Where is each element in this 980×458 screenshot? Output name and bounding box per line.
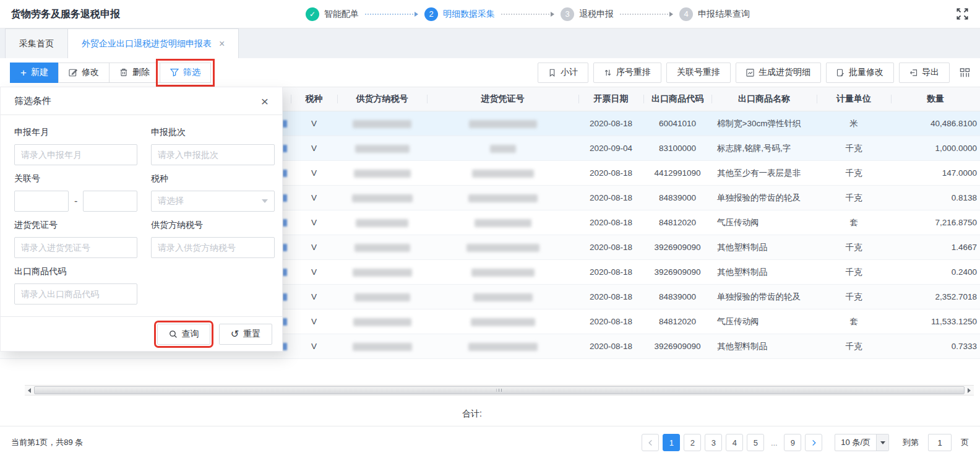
page-button-3[interactable]: 3 [705,434,722,451]
cell-code: 84812020 [643,218,711,227]
cell-unit: 千克 [817,242,891,253]
button-label: 筛选 [183,67,200,78]
button-label: 删除 [132,67,150,78]
total-label: 合计: [462,408,482,420]
button-label: 小计 [561,67,578,78]
col-header-invoice-date[interactable]: 开票日期 [578,87,643,111]
cell-code: 4412991090 [643,168,711,178]
horizontal-scrollbar[interactable] [25,385,974,395]
tax-type-select[interactable]: 请选择 [151,191,275,212]
prev-page-button[interactable] [642,434,659,451]
association-no-to-input[interactable] [83,191,137,212]
goto-page-input[interactable] [928,434,952,451]
tab-collection-home[interactable]: 采集首页 [5,28,68,58]
tab-label: 采集首页 [19,38,54,50]
caret-down-icon [262,199,268,203]
page-button-1[interactable]: 1 [663,434,680,451]
modify-button[interactable]: 修改 [58,63,110,83]
caret-down-icon [880,441,885,444]
field-tax-type: 税种 请选择 [151,165,275,212]
clipped-link-fragment [283,343,287,350]
scroll-left-icon[interactable] [25,386,34,395]
step-number-badge: 4 [679,7,693,21]
select-dropdown-button[interactable] [876,434,888,451]
cell-qty: 147.0000 [891,168,980,178]
cell-unit: 千克 [817,143,891,154]
bookmark-icon [548,69,556,77]
field-voucher-no: 进货凭证号 [14,212,137,258]
declare-batch-input[interactable] [151,144,275,165]
cell-date: 2020-08-18 [578,292,643,301]
new-button[interactable]: + 新建 [10,63,59,83]
cell-name: 单独报验的带齿的轮及 [711,192,817,204]
button-label: 生成进货明细 [759,67,810,78]
declare-ym-input[interactable] [14,144,137,165]
cell-code: 83100000 [643,144,711,153]
step-number-badge: 2 [424,7,438,21]
col-header-tax[interactable]: 税种 [291,87,337,111]
cell-code: 3926909090 [643,342,711,351]
field-supplier-tax-no: 供货方纳税号 [151,212,275,258]
page-button-5[interactable]: 5 [747,434,764,451]
delete-button[interactable]: 删除 [109,63,160,83]
batch-modify-button[interactable]: 批量修改 [826,63,894,83]
cell-date: 2020-09-04 [578,144,643,153]
close-icon[interactable]: × [261,95,269,108]
cell-tax: V [291,168,337,178]
scrollbar-thumb[interactable] [34,386,965,394]
reorder-association-button[interactable]: 关联号重排 [666,63,731,83]
redacted-voucher [475,219,531,227]
cell-unit: 千克 [817,168,891,179]
col-header-export-name[interactable]: 出口商品名称 [711,87,817,111]
chart-icon [746,69,754,77]
cell-name: 其他塑料制品 [711,267,817,278]
redacted-supplier [354,170,411,178]
subtotal-button[interactable]: 小计 [538,63,588,83]
page-button-4[interactable]: 4 [726,434,743,451]
close-icon[interactable]: × [219,39,225,49]
export-button[interactable]: 导出 [899,63,950,83]
reorder-sequence-button[interactable]: 序号重排 [593,63,661,83]
col-header-voucher-no[interactable]: 进货凭证号 [427,87,578,111]
col-header-export-code[interactable]: 出口商品代码 [643,87,711,111]
step-number-badge: 3 [561,7,574,21]
button-label: 查询 [182,329,199,340]
range-separator: - [74,196,77,207]
fullscreen-icon[interactable] [956,8,969,20]
redacted-voucher [490,145,516,153]
cell-qty: 1,000.0000 [891,144,980,153]
supplier-tax-no-input[interactable] [151,237,275,258]
filter-button[interactable]: 筛选 [160,63,211,83]
reset-button[interactable]: ↺ 重置 [219,324,272,345]
cell-unit: 米 [817,118,891,129]
voucher-no-input[interactable] [14,237,137,258]
cell-code: 60041010 [643,119,711,128]
page-button-2[interactable]: 2 [684,434,701,451]
page-button-9[interactable]: 9 [784,434,801,451]
clipped-link-fragment [283,219,287,227]
redacted-supplier [353,318,411,326]
field-label: 进货凭证号 [14,220,137,231]
generate-detail-button[interactable]: 生成进货明细 [736,63,821,83]
redacted-voucher [472,170,534,178]
association-no-from-input[interactable] [14,191,69,212]
export-code-input[interactable] [14,283,137,305]
cell-tax: V [291,342,337,351]
redacted-voucher [471,269,535,277]
page-size-select[interactable]: 10 条/页 [835,434,889,451]
cell-unit: 千克 [817,192,891,204]
clipped-link-fragment [283,170,287,177]
query-button[interactable]: 查询 [157,324,210,345]
col-header-unit[interactable]: 计量单位 [817,87,891,111]
cell-name: 气压传动阀 [711,217,817,228]
record-count-info: 当前第1页，共89 条 [11,437,83,448]
cell-unit: 千克 [817,341,891,352]
column-settings-icon[interactable] [960,67,970,78]
cell-qty: 40,486.8100 [891,119,980,128]
next-page-button[interactable] [805,434,822,451]
filter-panel-title: 筛选条件 [14,95,51,107]
scroll-right-icon[interactable] [965,386,974,395]
col-header-supplier-tax-no[interactable]: 供货方纳税号 [337,87,427,111]
tab-purchase-detail-form[interactable]: 外贸企业出口退税进货明细申报表 × [67,28,239,58]
col-header-quantity[interactable]: 数量 [891,87,980,111]
